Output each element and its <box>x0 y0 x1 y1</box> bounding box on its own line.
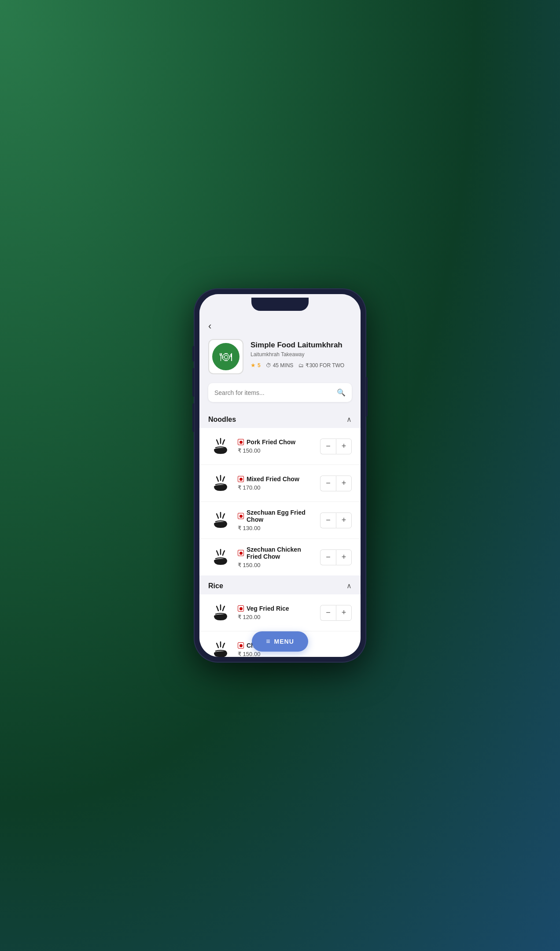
noodles-chevron-icon: ∧ <box>346 415 352 424</box>
time-value: 45 MINS <box>273 362 294 369</box>
item-details-szechuan-egg: Szechuan Egg Fried Chow ₹ 130.00 <box>238 509 315 531</box>
item-details-pork: Pork Fried Chow ₹ 150.00 <box>238 439 315 454</box>
non-veg-indicator <box>238 476 244 482</box>
non-veg-indicator <box>238 550 244 556</box>
item-controls-veg-rice: − + <box>320 605 352 621</box>
item-details-szechuan-chicken: Szechuan Chicken Fried Chow ₹ 150.00 <box>238 546 315 568</box>
phone-frame: ‹ 🍽 Simple Food Laitumkhrah Laitumkhrah … <box>194 289 366 662</box>
noodles-section: Noodles ∧ <box>199 409 361 575</box>
item-name-row: Mixed Fried Chow <box>238 476 315 483</box>
list-item: Szechuan Egg Fried Chow ₹ 130.00 − + <box>199 502 361 539</box>
menu-fab-button[interactable]: ≡ MENU <box>252 631 308 652</box>
decrease-button[interactable]: − <box>320 605 336 621</box>
back-button[interactable]: ‹ <box>208 321 211 332</box>
item-image-szechuan-chicken <box>208 545 232 569</box>
search-input[interactable] <box>214 389 333 396</box>
item-image-pork <box>208 434 232 458</box>
price-item: 🗂 ₹300 FOR TWO <box>298 362 344 369</box>
rating-value: 5 <box>258 362 261 369</box>
logo-circle: 🍽 <box>212 343 239 370</box>
restaurant-name: Simple Food Laitumkhrah <box>251 341 352 350</box>
rice-section-header[interactable]: Rice ∧ <box>199 575 361 594</box>
phone-screen: ‹ 🍽 Simple Food Laitumkhrah Laitumkhrah … <box>199 294 361 657</box>
item-price: ₹ 120.00 <box>238 614 315 620</box>
decrease-button[interactable]: − <box>320 512 336 528</box>
noodles-section-header[interactable]: Noodles ∧ <box>199 409 361 428</box>
increase-button[interactable]: + <box>336 476 352 491</box>
rice-chevron-icon: ∧ <box>346 582 352 590</box>
rice-title: Rice <box>208 582 223 590</box>
item-name-row: Pork Fried Chow <box>238 439 315 446</box>
item-name: Veg Fried Rice <box>247 605 289 612</box>
screen-content: ‹ 🍽 Simple Food Laitumkhrah Laitumkhrah … <box>199 313 361 657</box>
search-bar[interactable]: 🔍 <box>208 383 352 402</box>
increase-button[interactable]: + <box>336 512 352 528</box>
list-item: Szechuan Chicken Fried Chow ₹ 150.00 − + <box>199 539 361 575</box>
logo-icon: 🍽 <box>220 350 232 364</box>
decrease-button[interactable]: − <box>320 549 336 565</box>
item-name-row: Szechuan Egg Fried Chow <box>238 509 315 523</box>
list-item: Pork Fried Chow ₹ 150.00 − + <box>199 428 361 465</box>
item-name: Pork Fried Chow <box>247 439 295 446</box>
item-controls-mixed: − + <box>320 476 352 491</box>
list-item: Mixed Fried Chow ₹ 170.00 − + <box>199 465 361 502</box>
item-controls-pork: − + <box>320 439 352 454</box>
restaurant-tag: Laitumkhrah Takeaway <box>251 351 352 358</box>
increase-button[interactable]: + <box>336 605 352 621</box>
item-image-mixed <box>208 471 232 495</box>
item-details-veg-rice: Veg Fried Rice ₹ 120.00 <box>238 605 315 620</box>
time-item: ⏱ 45 MINS <box>266 362 294 369</box>
item-image-szechuan-egg <box>208 508 232 532</box>
notch-area <box>199 294 361 313</box>
item-price: ₹ 150.00 <box>238 562 315 568</box>
increase-button[interactable]: + <box>336 439 352 454</box>
restaurant-logo: 🍽 <box>208 339 243 374</box>
item-controls-szechuan-chicken: − + <box>320 549 352 565</box>
increase-button[interactable]: + <box>336 549 352 565</box>
menu-fab-label: MENU <box>274 638 294 645</box>
item-details-mixed: Mixed Fried Chow ₹ 170.00 <box>238 476 315 491</box>
item-image-veg-rice <box>208 601 232 625</box>
non-veg-indicator <box>238 513 244 519</box>
item-name: Szechuan Egg Fried Chow <box>247 509 315 523</box>
item-controls-szechuan-egg: − + <box>320 512 352 528</box>
rating-item: ★ 5 <box>251 362 261 369</box>
non-veg-indicator <box>238 605 244 612</box>
menu-list-icon: ≡ <box>266 638 270 645</box>
star-icon: ★ <box>251 362 256 369</box>
decrease-button[interactable]: − <box>320 439 336 454</box>
header: ‹ 🍽 Simple Food Laitumkhrah Laitumkhrah … <box>199 313 361 380</box>
restaurant-details: Simple Food Laitumkhrah Laitumkhrah Take… <box>251 339 352 369</box>
clock-icon: ⏱ <box>266 362 271 369</box>
noodles-items-list: Pork Fried Chow ₹ 150.00 − + <box>199 428 361 575</box>
notch <box>251 298 309 311</box>
price-value: ₹300 FOR TWO <box>306 362 344 369</box>
wallet-icon: 🗂 <box>298 362 304 369</box>
item-price: ₹ 130.00 <box>238 525 315 531</box>
item-name: Szechuan Chicken Fried Chow <box>247 546 315 560</box>
search-icon: 🔍 <box>337 388 346 397</box>
decrease-button[interactable]: − <box>320 476 336 491</box>
item-price: ₹ 150.00 <box>238 447 315 454</box>
item-name-row: Szechuan Chicken Fried Chow <box>238 546 315 560</box>
item-name-row: Veg Fried Rice <box>238 605 315 612</box>
menu-fab-container: ≡ MENU <box>199 626 361 657</box>
item-price: ₹ 170.00 <box>238 484 315 491</box>
item-name: Mixed Fried Chow <box>247 476 299 483</box>
restaurant-info: 🍽 Simple Food Laitumkhrah Laitumkhrah Ta… <box>208 339 352 374</box>
noodles-title: Noodles <box>208 416 236 424</box>
restaurant-meta: ★ 5 ⏱ 45 MINS 🗂 ₹300 FOR TWO <box>251 362 352 369</box>
non-veg-indicator <box>238 439 244 445</box>
